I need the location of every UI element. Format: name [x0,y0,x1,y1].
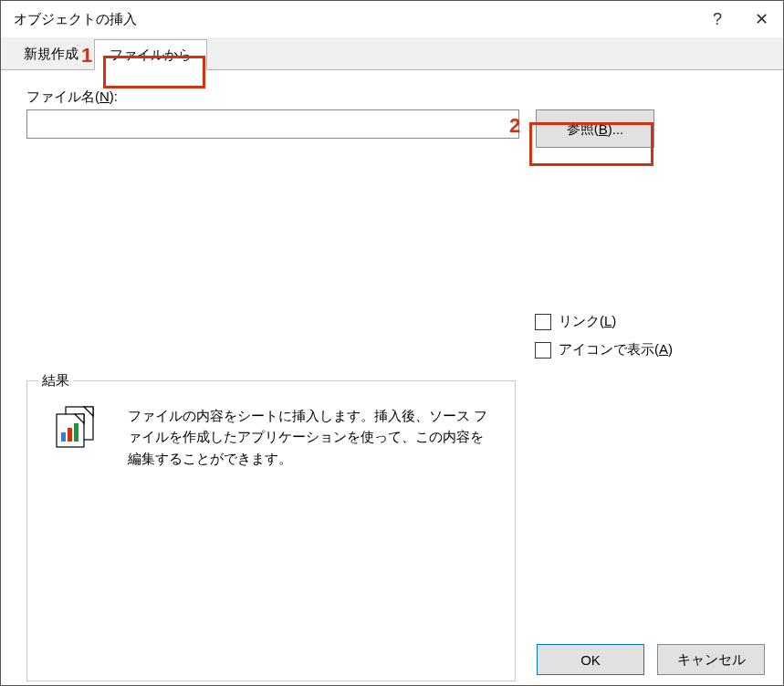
options-group: リンク(L) アイコンで表示(A) [535,313,673,359]
filename-label-suffix: ): [110,88,118,104]
tabstrip: 新規作成 ファイルから [1,37,783,69]
titlebar-buttons: ? ✕ [695,1,783,37]
link-label: リンク(L) [559,313,616,330]
tab-content: ファイル名(N): 参照(B)... リンク(L) アイコンで表示(A) [1,70,783,634]
dialog-title: オブジェクトの挿入 [14,11,137,28]
browse-accel: B [599,121,608,137]
help-button[interactable]: ? [695,1,739,37]
file-row: 参照(B)... [26,109,758,148]
close-button[interactable]: ✕ [739,1,783,37]
insert-object-dialog: オブジェクトの挿入 ? ✕ 新規作成 ファイルから ファイル名(N): 参照(B… [0,0,784,686]
result-description: ファイルの内容をシートに挿入します。挿入後、ソース ファイルを作成したアプリケー… [128,405,497,469]
embed-document-icon [53,405,102,469]
filename-label: ファイル名(N): [26,88,758,106]
showicon-prefix: アイコンで表示( [559,341,659,357]
svg-rect-5 [68,428,72,442]
result-groupbox: 結果 ファイルの内容をシートに挿入します。挿入後、ソース ファイルを作成したアプ… [26,380,516,681]
question-icon: ? [713,10,722,29]
result-body: ファイルの内容をシートに挿入します。挿入後、ソース ファイルを作成したアプリケー… [27,381,515,469]
result-legend: 結果 [38,372,73,390]
tab-from-file[interactable]: ファイルから [94,39,207,70]
browse-button[interactable]: 参照(B)... [536,109,654,148]
browse-prefix: 参照( [567,120,599,138]
svg-rect-4 [61,432,66,442]
titlebar: オブジェクトの挿入 ? ✕ [1,1,783,37]
link-checkbox-row: リンク(L) [535,313,673,330]
filename-input[interactable] [26,109,519,139]
filename-label-accel: N [99,88,110,104]
filename-label-prefix: ファイル名( [26,88,99,104]
close-icon: ✕ [755,9,768,29]
cancel-button[interactable]: キャンセル [657,644,765,675]
browse-suffix: )... [608,121,624,137]
showicon-suffix: ) [668,341,673,357]
link-prefix: リンク( [559,313,604,328]
showicon-accel: A [659,341,668,357]
tab-create-new[interactable]: 新規作成 [8,38,94,69]
show-as-icon-row: アイコンで表示(A) [535,341,673,359]
show-as-icon-checkbox[interactable] [535,342,551,359]
show-as-icon-label: アイコンで表示(A) [559,341,673,359]
link-checkbox[interactable] [535,314,551,330]
svg-rect-6 [74,423,78,442]
link-suffix: ) [612,313,616,328]
ok-button[interactable]: OK [537,644,644,675]
